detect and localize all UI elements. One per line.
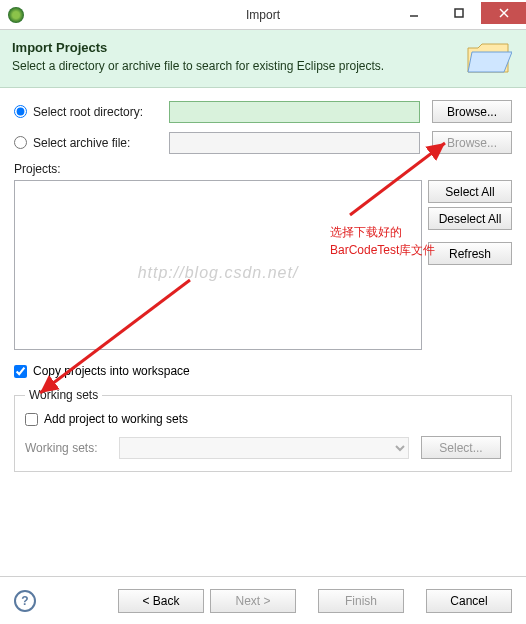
root-dir-radio[interactable] xyxy=(14,105,27,118)
folder-import-icon xyxy=(464,38,512,81)
maximize-button[interactable] xyxy=(436,2,481,24)
back-button[interactable]: < Back xyxy=(118,589,204,613)
content: Select root directory: Browse... Select … xyxy=(0,88,526,472)
wizard-header: Import Projects Select a directory or ar… xyxy=(0,30,526,88)
add-ws-row: Add project to working sets xyxy=(25,412,501,426)
archive-input xyxy=(169,132,420,154)
working-sets-legend: Working sets xyxy=(25,388,102,402)
copy-label: Copy projects into workspace xyxy=(33,364,190,378)
header-title: Import Projects xyxy=(12,40,384,55)
archive-label: Select archive file: xyxy=(33,136,163,150)
root-dir-row: Select root directory: Browse... xyxy=(14,100,512,123)
ws-select-button: Select... xyxy=(421,436,501,459)
window-buttons xyxy=(391,6,526,24)
browse-root-button[interactable]: Browse... xyxy=(432,100,512,123)
titlebar: Import xyxy=(0,0,526,30)
window-title: Import xyxy=(246,8,280,22)
projects-label: Projects: xyxy=(14,162,512,176)
projects-side-buttons: Select All Deselect All Refresh xyxy=(428,180,512,350)
header-subtitle: Select a directory or archive file to se… xyxy=(12,59,384,73)
next-button: Next > xyxy=(210,589,296,613)
app-icon xyxy=(8,7,24,23)
browse-archive-button: Browse... xyxy=(432,131,512,154)
add-ws-checkbox[interactable] xyxy=(25,413,38,426)
archive-row: Select archive file: Browse... xyxy=(14,131,512,154)
minimize-button[interactable] xyxy=(391,2,436,24)
finish-button: Finish xyxy=(318,589,404,613)
ws-select-row: Working sets: Select... xyxy=(25,436,501,459)
svg-rect-1 xyxy=(455,9,463,17)
close-button[interactable] xyxy=(481,2,526,24)
root-dir-input[interactable] xyxy=(169,101,420,123)
cancel-button[interactable]: Cancel xyxy=(426,589,512,613)
root-dir-label: Select root directory: xyxy=(33,105,163,119)
add-ws-label: Add project to working sets xyxy=(44,412,188,426)
projects-list[interactable]: http://blog.csdn.net/ xyxy=(14,180,422,350)
watermark: http://blog.csdn.net/ xyxy=(138,264,299,282)
archive-radio[interactable] xyxy=(14,136,27,149)
help-button[interactable]: ? xyxy=(14,590,36,612)
footer: ? < Back Next > Finish Cancel xyxy=(0,576,526,624)
copy-row: Copy projects into workspace xyxy=(14,364,512,378)
deselect-all-button[interactable]: Deselect All xyxy=(428,207,512,230)
projects-area: http://blog.csdn.net/ Select All Deselec… xyxy=(14,180,512,350)
copy-checkbox[interactable] xyxy=(14,365,27,378)
select-all-button[interactable]: Select All xyxy=(428,180,512,203)
ws-select xyxy=(119,437,409,459)
ws-label: Working sets: xyxy=(25,441,113,455)
working-sets-group: Working sets Add project to working sets… xyxy=(14,388,512,472)
refresh-button[interactable]: Refresh xyxy=(428,242,512,265)
